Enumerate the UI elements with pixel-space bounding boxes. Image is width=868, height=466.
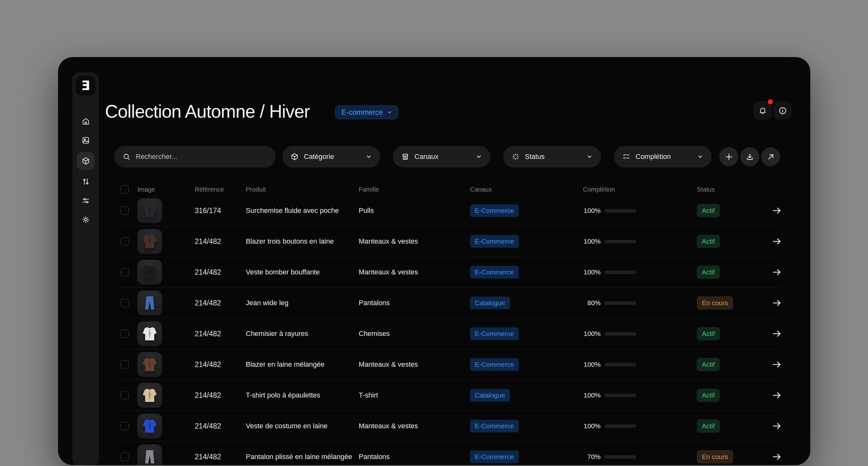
row-checkbox[interactable] xyxy=(121,422,129,430)
table-row[interactable]: 214/482 T-shirt polo à épaulettes T-shir… xyxy=(121,380,782,411)
garment-icon xyxy=(141,233,158,250)
status-badge: Actif xyxy=(697,327,720,340)
product-image xyxy=(137,383,162,408)
sidebar-item-transfers[interactable] xyxy=(77,174,94,189)
sidebar-item-media[interactable] xyxy=(77,133,94,148)
column-header-product: Produit xyxy=(246,186,359,193)
row-open-arrow[interactable] xyxy=(772,236,782,247)
row-checkbox[interactable] xyxy=(121,299,129,307)
app-window: Ǝ xyxy=(58,57,810,465)
channel-badge: E-Commerce xyxy=(470,266,519,279)
sort-arrows-icon xyxy=(82,177,90,186)
info-icon xyxy=(778,106,787,115)
filter-categorie[interactable]: Catégorie xyxy=(282,146,380,167)
completion-progressbar xyxy=(604,240,636,243)
row-reference: 214/482 xyxy=(195,268,246,277)
row-reference: 214/482 xyxy=(195,330,246,338)
garment-icon xyxy=(141,356,158,373)
row-open-arrow[interactable] xyxy=(772,298,782,308)
download-button[interactable] xyxy=(740,147,759,166)
row-open-arrow[interactable] xyxy=(772,390,782,400)
sliders-icon xyxy=(82,196,90,205)
product-image xyxy=(137,260,162,284)
completion-percent: 100% xyxy=(583,268,601,276)
row-family: Chemises xyxy=(359,330,470,338)
row-checkbox[interactable] xyxy=(121,237,129,246)
table-row[interactable]: 214/482 Chemisier à rayures Chemises E-C… xyxy=(121,318,782,349)
column-header-channels: Canaux xyxy=(470,186,583,193)
table-row[interactable]: 214/482 Pantalon plissé en laine mélangé… xyxy=(121,442,782,465)
chevron-down-icon xyxy=(386,110,392,115)
column-header-family: Famille xyxy=(359,186,470,193)
add-button[interactable] xyxy=(719,147,738,166)
row-product: Blazer trois boutons en laine xyxy=(246,237,359,246)
row-product: Veste bomber bouffante xyxy=(246,268,359,276)
filter-canaux[interactable]: Canaux xyxy=(393,146,490,167)
row-family: Pulls xyxy=(359,207,470,215)
garment-icon xyxy=(141,294,158,312)
gear-icon xyxy=(82,215,90,224)
row-open-arrow[interactable] xyxy=(772,452,782,462)
row-open-arrow[interactable] xyxy=(772,421,782,431)
table-row[interactable]: 214/482 Blazer en laine mélangée Manteau… xyxy=(121,349,782,380)
row-checkbox[interactable] xyxy=(121,330,129,338)
status-badge: Actif xyxy=(697,420,720,433)
row-product: Pantalon plissé en laine mélangée xyxy=(246,453,359,461)
select-all-checkbox[interactable] xyxy=(121,185,129,193)
garment-icon xyxy=(141,325,158,342)
row-open-arrow[interactable] xyxy=(772,206,782,216)
garment-icon xyxy=(141,417,158,435)
garment-shape xyxy=(143,420,157,433)
row-checkbox[interactable] xyxy=(121,360,129,369)
row-checkbox[interactable] xyxy=(121,391,129,399)
column-header-completion: Complétion xyxy=(583,186,697,193)
filter-label: Status xyxy=(525,153,545,161)
storefront-icon xyxy=(401,153,409,161)
sidebar-item-home[interactable] xyxy=(77,114,94,128)
sidebar-item-settings[interactable] xyxy=(77,212,94,227)
app-logo[interactable]: Ǝ xyxy=(76,76,95,95)
completion-progressbar xyxy=(604,332,636,336)
filter-bar: Catégorie Canaux Status xyxy=(114,146,782,167)
table-row[interactable]: 214/482 Blazer trois boutons en laine Ma… xyxy=(121,226,782,257)
row-checkbox[interactable] xyxy=(121,453,129,461)
completion-percent: 80% xyxy=(583,299,601,307)
package-icon xyxy=(82,157,90,165)
spinner-icon xyxy=(512,153,520,161)
logo-glyph: Ǝ xyxy=(81,79,90,93)
table-row[interactable]: 214/482 Veste bomber bouffante Manteaux … xyxy=(121,257,782,288)
row-checkbox[interactable] xyxy=(121,207,129,215)
row-family: Manteaux & vestes xyxy=(359,237,470,246)
product-image xyxy=(137,444,162,465)
filter-completion[interactable]: Complétion xyxy=(614,146,712,167)
filter-label: Canaux xyxy=(414,153,439,161)
row-family: Manteaux & vestes xyxy=(359,360,470,369)
notifications-button[interactable] xyxy=(753,101,772,120)
row-family: T-shirt xyxy=(359,391,470,399)
row-reference: 214/482 xyxy=(195,360,246,369)
row-open-arrow[interactable] xyxy=(772,360,782,370)
row-open-arrow[interactable] xyxy=(772,329,782,339)
channel-selector-label: E-commerce xyxy=(342,108,383,117)
table-row[interactable]: 214/482 Jean wide leg Pantalons Catalogu… xyxy=(121,288,782,318)
table-row[interactable]: 316/174 Surchemise fluide avec poche Pul… xyxy=(121,195,782,226)
info-button[interactable] xyxy=(774,101,792,120)
product-image xyxy=(137,229,162,254)
status-badge: Actif xyxy=(697,266,720,279)
channel-badge: E-Commerce xyxy=(470,451,519,463)
completion-percent: 100% xyxy=(583,330,601,338)
search-input[interactable] xyxy=(136,153,267,161)
channel-badge: E-Commerce xyxy=(470,358,519,371)
row-family: Pantalons xyxy=(359,453,470,461)
sidebar-item-products[interactable] xyxy=(77,152,94,170)
garment-icon xyxy=(141,448,158,465)
table-row[interactable]: 214/482 Veste de costume en laine Mantea… xyxy=(121,411,782,442)
row-reference: 214/482 xyxy=(195,391,246,400)
filter-status[interactable]: Status xyxy=(503,146,601,167)
sidebar-item-preferences[interactable] xyxy=(77,193,94,208)
row-open-arrow[interactable] xyxy=(772,267,782,277)
row-checkbox[interactable] xyxy=(121,268,129,276)
channel-selector[interactable]: E-commerce xyxy=(335,105,398,119)
share-button[interactable] xyxy=(761,147,780,166)
completion-progressbar xyxy=(604,209,636,213)
